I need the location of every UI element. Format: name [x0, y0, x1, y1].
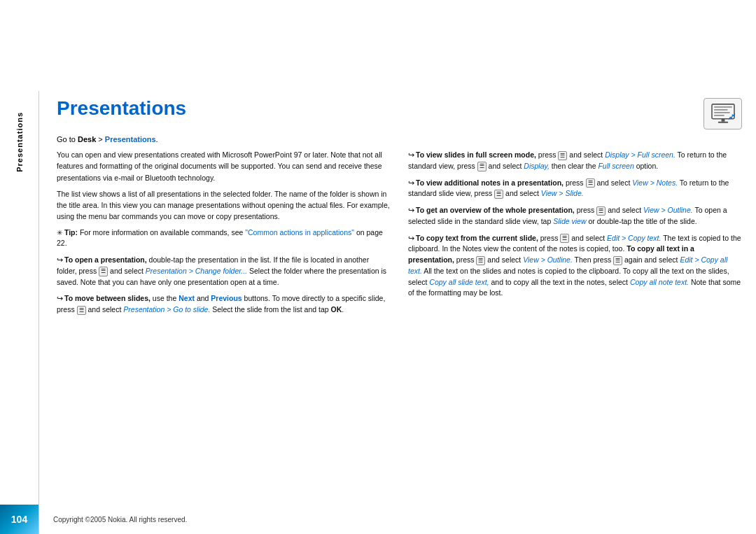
- page: Presentations Presentations: [0, 0, 756, 534]
- svg-rect-1: [714, 106, 732, 108]
- menu-key-cp2: ☰: [476, 256, 485, 265]
- top-margin: [0, 0, 756, 91]
- copy-text9: and to copy all the text in the notes, s…: [489, 278, 630, 286]
- arrow-icon-overview: ↪: [408, 206, 414, 214]
- arrow-icon-copy: ↪: [408, 234, 414, 242]
- title-row: Presentations: [57, 98, 742, 129]
- svg-rect-5: [721, 119, 724, 122]
- copy-text4: press: [454, 255, 477, 264]
- overview-item: ↪To get an overview of the whole present…: [408, 204, 742, 227]
- overview-text2: and select: [606, 206, 643, 214]
- breadcrumb: Go to Desk > Presentations.: [57, 135, 742, 143]
- move-slides-text5: Select the slide from the list and tap: [210, 305, 330, 314]
- tip-label: Tip:: [64, 228, 78, 237]
- menu-key-notes: ☰: [586, 178, 595, 188]
- fullscreen-link2: Display,: [524, 162, 550, 170]
- move-between-slides-item: ↪To move between slides, use the Next an…: [57, 293, 391, 316]
- move-slides-link: Presentation > Go to slide.: [123, 305, 210, 314]
- tip-text: For more information on available comman…: [80, 228, 245, 237]
- left-sidebar: Presentations: [0, 91, 38, 505]
- menu-key-cp3: ☰: [613, 256, 622, 265]
- copy-text1: press: [538, 234, 561, 242]
- footer: 104 Copyright ©2005 Nokia. All rights re…: [0, 505, 756, 534]
- copy-link2: View > Outline.: [523, 255, 573, 264]
- copy-text5: and select: [485, 255, 523, 264]
- main-content: Presentations Presentations: [0, 91, 756, 505]
- notes-text2: and select: [595, 178, 633, 187]
- breadcrumb-section: Presentations: [105, 135, 156, 143]
- menu-key-fs2: ☰: [477, 162, 486, 171]
- open-pres-link: Presentation > Change folder...: [146, 267, 247, 275]
- notes-link1: View > Notes.: [632, 178, 678, 187]
- additional-notes-item: ↪To view additional notes in a presentat…: [408, 177, 742, 200]
- notes-text4: and select: [503, 189, 541, 197]
- breadcrumb-prefix: Go to: [57, 135, 78, 143]
- page-number: 104: [11, 514, 27, 525]
- menu-key-open: ☰: [99, 267, 108, 276]
- fullscreen-bold: To view slides in full screen mode,: [416, 150, 536, 159]
- overview-text4: or double-tap the title of the slide.: [587, 217, 697, 225]
- presentations-icon: [709, 101, 737, 126]
- svg-rect-0: [712, 104, 734, 119]
- copy-text6: Then press: [573, 255, 613, 264]
- notes-link2: View > Slide.: [541, 189, 584, 197]
- arrow-icon-move: ↪: [57, 294, 63, 302]
- content-area: Presentations: [39, 91, 756, 505]
- tip-icon: ✳: [57, 229, 62, 237]
- fullscreen-text5: then clear the: [550, 162, 598, 170]
- open-pres-bold: To open a presentation,: [64, 255, 147, 264]
- overview-link2: Slide view: [553, 217, 586, 225]
- page-title: Presentations: [57, 98, 186, 120]
- svg-rect-4: [714, 115, 724, 116]
- menu-key-fs: ☰: [558, 151, 567, 160]
- right-column: ↪To view slides in full screen mode, pre…: [408, 149, 742, 498]
- open-presentation-item: ↪To open a presentation, double-tap the …: [57, 254, 391, 288]
- menu-key-move: ☰: [77, 306, 86, 315]
- arrow-icon-open: ↪: [57, 255, 63, 264]
- fullscreen-text1: press: [536, 150, 559, 159]
- presentations-icon-box: [704, 98, 742, 129]
- svg-rect-2: [714, 109, 727, 111]
- open-pres-text2: and select: [108, 267, 146, 275]
- breadcrumb-sep: >: [96, 135, 105, 143]
- tip-link: "Common actions in applications": [245, 228, 354, 237]
- left-column: You can open and view presentations crea…: [57, 149, 391, 498]
- fullscreen-link1: Display > Full screen.: [605, 150, 676, 159]
- intro-para2: The list view shows a list of all presen…: [57, 188, 391, 223]
- menu-key-notes2: ☰: [494, 190, 503, 199]
- move-slides-period: .: [342, 305, 344, 314]
- move-slides-text2: and: [195, 294, 211, 302]
- ok-label: OK: [331, 305, 342, 314]
- overview-link1: View > Outline.: [643, 206, 693, 214]
- arrow-icon-fullscreen: ↪: [408, 150, 414, 159]
- fullscreen-text4: and select: [486, 162, 524, 170]
- notes-bold: To view additional notes in a presentati…: [416, 178, 564, 187]
- overview-bold: To get an overview of the whole presenta…: [416, 206, 575, 214]
- copy-text-item: ↪To copy text from the current slide, pr…: [408, 232, 742, 300]
- fullscreen-text6: option.: [634, 162, 658, 170]
- overview-text1: press: [575, 206, 597, 214]
- two-columns: You can open and view presentations crea…: [57, 149, 742, 498]
- move-slides-text1: use the: [150, 294, 178, 302]
- copy-link4: Copy all slide text,: [429, 278, 489, 286]
- intro-para1: You can open and view presentations crea…: [57, 149, 391, 183]
- copy-text2: and select: [569, 234, 607, 242]
- next-label: Next: [178, 294, 195, 302]
- breadcrumb-desk: Desk: [78, 135, 96, 143]
- footer-copyright: Copyright ©2005 Nokia. All rights reserv…: [39, 516, 187, 524]
- move-slides-text4: and select: [86, 305, 124, 314]
- copy-link5: Copy all note text.: [630, 278, 689, 286]
- arrow-icon-notes: ↪: [408, 178, 414, 187]
- prev-label: Previous: [211, 294, 241, 302]
- fullscreen-item: ↪To view slides in full screen mode, pre…: [408, 149, 742, 172]
- breadcrumb-period: .: [156, 135, 158, 143]
- move-slides-bold: To move between slides,: [64, 294, 150, 302]
- svg-rect-3: [714, 112, 729, 113]
- svg-rect-6: [718, 122, 727, 123]
- tip-block: ✳ Tip: For more information on available…: [57, 227, 391, 250]
- page-number-box: 104: [0, 505, 38, 534]
- notes-text1: press: [564, 178, 586, 187]
- menu-key-cp: ☰: [560, 234, 569, 243]
- copy-bold: To copy text from the current slide,: [416, 234, 538, 242]
- fullscreen-link3: Full screen: [598, 162, 634, 170]
